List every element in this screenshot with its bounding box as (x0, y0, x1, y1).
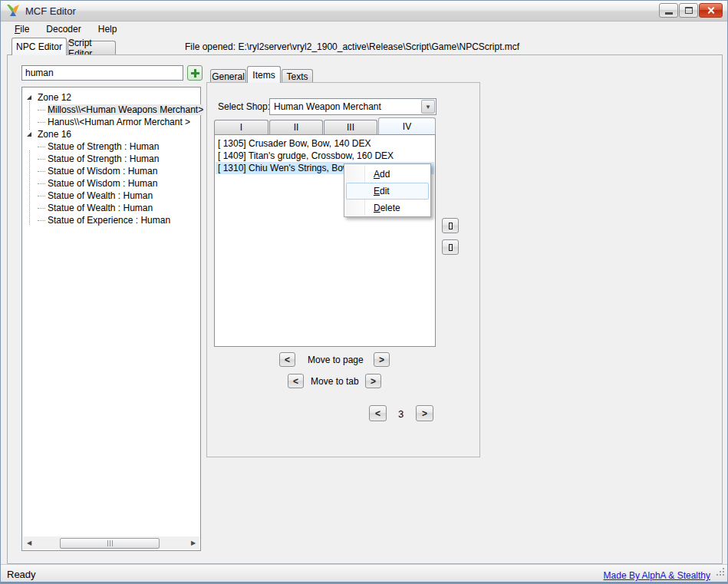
tree-expander-icon[interactable] (27, 132, 31, 137)
move-item-up-button[interactable] (442, 218, 459, 233)
tree-item-npc: Statue of Wisdom : Human (38, 177, 157, 190)
status-text: Ready (7, 569, 36, 580)
tree-connector-line (29, 101, 30, 130)
tab-page-3-label: III (347, 122, 354, 133)
move-to-page-next-button[interactable]: > (374, 352, 390, 367)
tree-horizontal-scrollbar[interactable]: ◀ ▶ (23, 536, 199, 549)
tree-dash (38, 159, 45, 160)
context-menu-edit[interactable]: Edit (346, 183, 429, 200)
context-menu-add-rest: dd (380, 169, 390, 180)
move-item-down-button[interactable] (442, 239, 459, 255)
tree-item-label[interactable]: Statue of Wisdom : Human (48, 166, 157, 177)
tab-page-4[interactable]: IV (378, 117, 436, 134)
menu-decoder[interactable]: Decoder (46, 24, 81, 35)
tree-item-npc: Milloss\\<Human Weapons Merchant> (38, 104, 203, 116)
tree-item-label[interactable]: Statue of Wealth : Human (48, 203, 153, 213)
tree-item-zone: Zone 12 (38, 91, 71, 104)
tree-dash (38, 196, 45, 196)
tree-item-npc: Statue of Wisdom : Human (38, 165, 157, 177)
tab-page-2[interactable]: II (269, 120, 323, 134)
tree-item-label[interactable]: Statue of Wisdom : Human (48, 178, 157, 189)
scrollbar-grip (110, 540, 110, 546)
scrollbar-grip (112, 540, 113, 546)
tab-npc-editor-label: NPC Editor (16, 41, 62, 52)
tree-connector-line (29, 150, 30, 225)
search-go-button[interactable] (187, 65, 203, 81)
chevron-right-icon: > (422, 408, 427, 419)
maximize-button[interactable] (679, 3, 698, 18)
tree-dash (38, 110, 45, 111)
tree-item-label[interactable]: Hanus\\<Human Armor Merchant > (48, 117, 190, 127)
tree-item-npc: Statue of Wealth : Human (38, 190, 153, 202)
menu-file[interactable]: File (15, 24, 29, 35)
shop-select-value: Human Weapon Merchant (274, 101, 381, 112)
move-item-up-icon (449, 223, 453, 229)
tab-texts-label: Texts (286, 71, 308, 82)
tab-general-label: General (212, 71, 245, 82)
menu-bar: File Decoder Help (1, 21, 727, 37)
move-to-page-label: Move to page (308, 355, 364, 365)
context-menu-delete-accel: D (374, 203, 380, 213)
shop-select[interactable]: Human Weapon Merchant ▼ (269, 98, 436, 115)
context-menu-edit-rest: dit (380, 186, 390, 196)
tab-npc-editor[interactable]: NPC Editor (12, 38, 67, 55)
page-number: 3 (398, 408, 404, 420)
minimize-button[interactable] (659, 3, 678, 18)
scroll-right-icon[interactable]: ▶ (187, 536, 199, 549)
tree-dash (38, 122, 45, 123)
tree-item-npc: Statue of Strength : Human (38, 140, 159, 153)
chevron-down-icon[interactable]: ▼ (421, 100, 435, 114)
context-menu: Add Edit Delete (344, 163, 431, 217)
minimize-icon (665, 12, 673, 15)
move-to-page-prev-button[interactable]: < (279, 352, 295, 367)
tab-texts[interactable]: Texts (282, 69, 313, 83)
maximize-icon (685, 7, 693, 14)
move-item-down-icon (449, 244, 453, 251)
list-item[interactable]: [ 1305] Crusader Bow, Bow, 140 DEX (216, 137, 434, 150)
tab-general[interactable]: General (210, 69, 246, 83)
context-menu-delete-rest: elete (380, 203, 400, 213)
close-icon (707, 6, 715, 15)
context-menu-delete[interactable]: Delete (346, 200, 429, 216)
page-next-button[interactable]: > (416, 405, 433, 421)
move-to-tab-prev-button[interactable]: < (288, 374, 304, 388)
list-item[interactable]: [ 1409] Titan's grudge, Crossbow, 160 DE… (216, 150, 434, 162)
tab-items[interactable]: Items (247, 66, 281, 83)
move-to-tab-label: Move to tab (311, 376, 359, 387)
select-shop-label: Select Shop: (218, 101, 270, 112)
tree-item-label[interactable]: Statue of Strength : Human (48, 141, 159, 152)
tab-page-4-label: IV (403, 121, 411, 132)
tree-item-label[interactable]: Statue of Wealth : Human (48, 190, 153, 201)
menu-help[interactable]: Help (98, 24, 117, 35)
caption-buttons (658, 3, 723, 18)
tree-dash (38, 147, 45, 147)
scroll-left-icon[interactable]: ◀ (23, 536, 35, 549)
tree-item-label[interactable]: Statue of Experience : Human (48, 215, 170, 226)
title-bar[interactable]: MCF Editor (1, 1, 727, 21)
close-button[interactable] (699, 3, 723, 18)
tree-item-label[interactable]: Zone 16 (38, 129, 71, 140)
window-title: MCF Editor (25, 5, 76, 17)
scrollbar-thumb[interactable] (60, 538, 160, 549)
tab-page-3[interactable]: III (324, 120, 377, 134)
status-bar: Ready Made By AlphA & Stealthy (1, 564, 727, 584)
credit-link[interactable]: Made By AlphA & Stealthy (604, 570, 710, 581)
scrollbar-grip (107, 540, 108, 546)
search-input[interactable] (21, 65, 183, 81)
tree-item-label[interactable]: Statue of Strength : Human (48, 153, 159, 164)
move-to-tab-next-button[interactable]: > (365, 374, 381, 388)
tab-script-editor[interactable]: Script Editor (68, 41, 116, 55)
context-menu-edit-accel: E (374, 186, 380, 196)
chevron-left-icon: < (375, 408, 380, 419)
tree-item-npc: Hanus\\<Human Armor Merchant > (38, 116, 190, 128)
npc-tree[interactable]: Zone 12 Milloss\\<Human Weapons Merchant… (21, 87, 201, 551)
tree-item-npc: Statue of Wealth : Human (38, 202, 153, 214)
tree-item-zone: Zone 16 (38, 128, 71, 140)
tree-expander-icon[interactable] (27, 95, 31, 100)
page-prev-button[interactable]: < (369, 405, 387, 421)
tab-page-1[interactable]: I (214, 120, 268, 134)
tab-items-label: Items (252, 70, 275, 81)
tree-item-label[interactable]: Zone 12 (38, 92, 71, 103)
tree-item-label[interactable]: Milloss\\<Human Weapons Merchant> (48, 104, 203, 115)
context-menu-add[interactable]: Add (346, 166, 429, 183)
